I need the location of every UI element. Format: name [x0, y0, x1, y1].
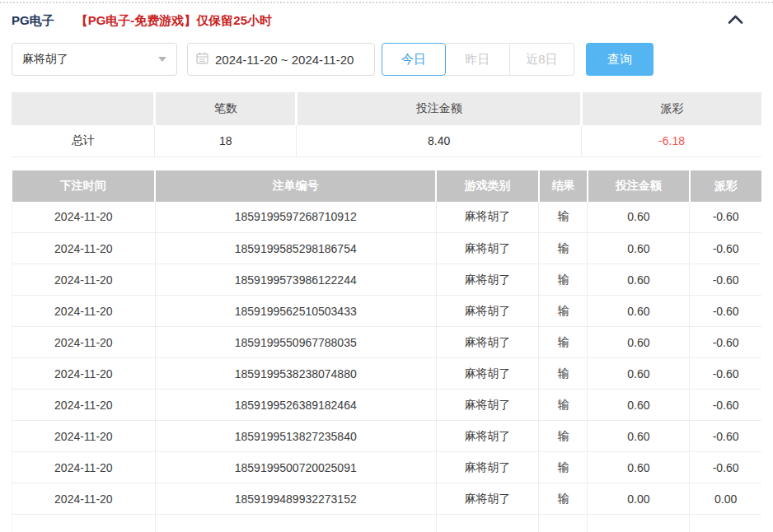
- cell-payout: -0.60: [690, 390, 761, 421]
- table-row: 2024-11-20 1859199550967788035 麻将胡了 输 0.…: [12, 327, 762, 358]
- page-title: PG电子: [12, 13, 54, 29]
- summary-total-row: 总计 18 8.40 -6.18: [12, 125, 761, 156]
- cell-payout: -0.60: [690, 421, 761, 452]
- summary-table: 笔数 投注金额 派彩 总计 18 8.40 -6.18: [12, 92, 761, 157]
- table-row: 2024-11-20 1859199597268710912 麻将胡了 输 0.…: [12, 202, 762, 233]
- cell-result: 输: [539, 296, 588, 327]
- cell-result: 输: [539, 327, 588, 358]
- cell-game-type: 麻将胡了: [436, 421, 539, 452]
- summary-total-count: 18: [155, 125, 297, 156]
- cell-payout: 0.00: [690, 483, 761, 515]
- cell-bet-time: 2024-11-20: [12, 390, 156, 421]
- cell-bet-id: 1859199550967788035: [155, 327, 436, 358]
- table-row: 2024-11-20 1859199538238074880 麻将胡了 输 0.…: [12, 358, 762, 390]
- cell-result: 输: [539, 452, 588, 483]
- summary-header-blank: [12, 92, 155, 125]
- cell-payout: -0.60: [690, 327, 761, 358]
- pg-records-panel: PG电子 【PG电子-免费游戏】仅保留25小时 麻将胡了: [0, 2, 773, 532]
- chevron-up-icon: [728, 14, 743, 27]
- cell-game-type: 麻将胡了: [436, 327, 539, 358]
- cell-bet-time: 2024-11-20: [12, 483, 156, 515]
- cell-payout: -0.60: [690, 264, 761, 296]
- records-table: 下注时间 注单编号 游戏类别 结果 投注金额 派彩 2024-11-20 185…: [12, 170, 761, 532]
- quick-range-button[interactable]: 近8日: [510, 43, 574, 76]
- cell-bet-amount: 0.60: [588, 358, 690, 390]
- cell-bet-time: 2024-11-20: [12, 202, 156, 233]
- cell-payout: -0.60: [690, 358, 761, 390]
- records-header-bet-time: 下注时间: [12, 170, 156, 202]
- cell-bet-time: 2024-11-20: [12, 327, 156, 358]
- table-row-partial: [12, 515, 762, 532]
- summary-header-bet-amount: 投注金额: [297, 92, 582, 125]
- table-row: 2024-11-20 1859199562510503433 麻将胡了 输 0.…: [12, 296, 762, 327]
- cell-bet-amount: 0.60: [588, 390, 690, 421]
- summary-total-payout: -6.18: [582, 125, 761, 156]
- cell-result: 输: [539, 483, 588, 515]
- table-row: 2024-11-20 1859199489932273152 麻将胡了 输 0.…: [12, 483, 762, 515]
- cell-bet-id: 1859199573986122244: [155, 264, 436, 296]
- cell-result: 输: [539, 358, 588, 390]
- cell-bet-amount: 0.60: [588, 452, 690, 483]
- cell-bet-id: 1859199562510503433: [155, 296, 436, 327]
- collapse-panel-button[interactable]: [728, 14, 743, 27]
- table-row: 2024-11-20 1859199585298186754 麻将胡了 输 0.…: [12, 233, 762, 264]
- summary-header-payout: 派彩: [582, 92, 761, 125]
- cell-game-type: 麻将胡了: [436, 452, 539, 483]
- table-row: 2024-11-20 1859199513827235840 麻将胡了 输 0.…: [12, 421, 762, 452]
- search-button[interactable]: 查询: [586, 43, 654, 76]
- calendar-icon: [196, 52, 208, 67]
- records-header-row: 下注时间 注单编号 游戏类别 结果 投注金额 派彩: [12, 170, 762, 202]
- summary-total-bet-amount: 8.40: [297, 125, 582, 156]
- filter-bar: 麻将胡了 2024-11-20 ~ 2024-11-20 今日昨日近8日 查询: [12, 43, 761, 76]
- cell-bet-id: 1859199538238074880: [155, 358, 436, 390]
- cell-result: 输: [539, 421, 588, 452]
- cell-result: 输: [539, 264, 588, 296]
- cell-bet-id: 1859199597268710912: [155, 202, 436, 233]
- table-row: 2024-11-20 1859199573986122244 麻将胡了 输 0.…: [12, 264, 762, 296]
- cell-result: 输: [539, 233, 588, 264]
- date-range-input[interactable]: 2024-11-20 ~ 2024-11-20: [187, 43, 375, 76]
- cell-bet-id: 1859199513827235840: [155, 421, 436, 452]
- summary-total-label: 总计: [12, 125, 155, 156]
- cell-bet-amount: 0.00: [588, 483, 690, 515]
- cell-bet-amount: 0.60: [588, 202, 690, 233]
- cell-bet-amount: 0.60: [588, 296, 690, 327]
- quick-range-button[interactable]: 今日: [382, 43, 446, 76]
- cell-bet-id: 1859199585298186754: [155, 233, 436, 264]
- records-header-result: 结果: [539, 170, 588, 202]
- date-range-value: 2024-11-20 ~ 2024-11-20: [215, 53, 354, 67]
- records-header-bet-id: 注单编号: [155, 170, 436, 202]
- free-game-notice: 【PG电子-免费游戏】仅保留25小时: [76, 13, 272, 29]
- cell-game-type: 麻将胡了: [436, 202, 539, 233]
- cell-payout: -0.60: [690, 452, 761, 483]
- summary-header-row: 笔数 投注金额 派彩: [12, 92, 761, 125]
- cell-game-type: 麻将胡了: [436, 390, 539, 421]
- table-row: 2024-11-20 1859199500720025091 麻将胡了 输 0.…: [12, 452, 762, 483]
- cell-bet-time: 2024-11-20: [12, 421, 156, 452]
- cell-game-type: 麻将胡了: [436, 358, 539, 390]
- game-select[interactable]: 麻将胡了: [12, 43, 177, 76]
- cell-payout: -0.60: [690, 233, 761, 264]
- cell-bet-id: 1859199526389182464: [155, 390, 436, 421]
- cell-bet-id: 1859199500720025091: [155, 452, 436, 483]
- cell-game-type: 麻将胡了: [436, 233, 539, 264]
- records-body: 2024-11-20 1859199597268710912 麻将胡了 输 0.…: [12, 202, 762, 532]
- cell-bet-time: 2024-11-20: [12, 296, 156, 327]
- records-header-bet-amount: 投注金额: [588, 170, 690, 202]
- records-header-payout: 派彩: [690, 170, 761, 202]
- cell-game-type: 麻将胡了: [436, 483, 539, 515]
- quick-range-button[interactable]: 昨日: [446, 43, 510, 76]
- cell-bet-amount: 0.60: [588, 421, 690, 452]
- cell-bet-time: 2024-11-20: [12, 358, 156, 390]
- chevron-down-icon: [158, 57, 166, 62]
- cell-game-type: 麻将胡了: [436, 264, 539, 296]
- cell-bet-amount: 0.60: [588, 327, 690, 358]
- cell-result: 输: [539, 390, 588, 421]
- cell-payout: -0.60: [690, 296, 761, 327]
- cell-result: 输: [539, 202, 588, 233]
- cell-bet-amount: 0.60: [588, 264, 690, 296]
- cell-bet-amount: 0.60: [588, 233, 690, 264]
- records-header-game-type: 游戏类别: [436, 170, 539, 202]
- game-select-value: 麻将胡了: [22, 52, 68, 67]
- cell-bet-time: 2024-11-20: [12, 264, 156, 296]
